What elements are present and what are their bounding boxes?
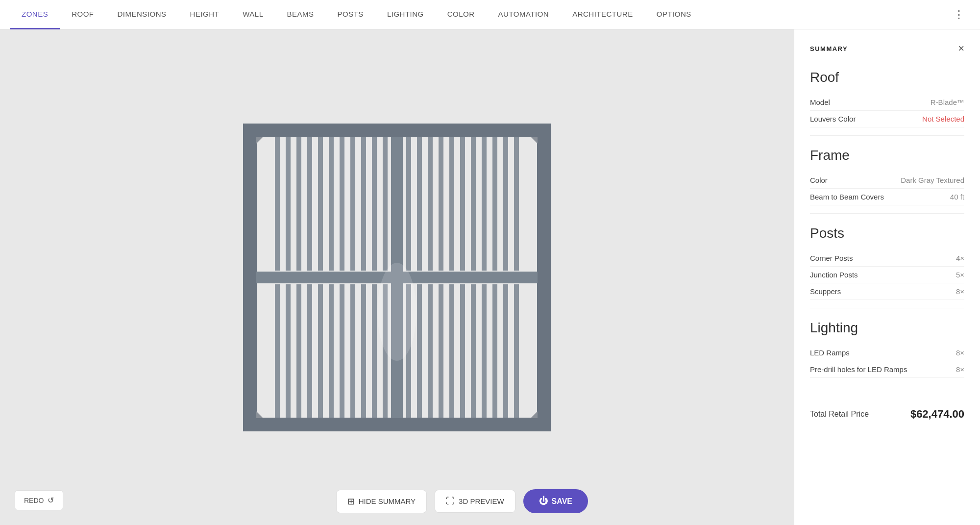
nav-wall[interactable]: WALL	[231, 0, 275, 29]
nav-dimensions[interactable]: DIMENSIONS	[106, 0, 178, 29]
summary-panel: SUMMARY × Roof Model R-Blade™ Louvers Co…	[794, 29, 980, 525]
louvers-row: Louvers Color Not Selected	[810, 111, 964, 127]
led-ramps-row: LED Ramps 8×	[810, 345, 964, 361]
top-nav: ZONES ROOF DIMENSIONS HEIGHT WALL BEAMS …	[0, 0, 980, 29]
roof-section-title: Roof	[810, 70, 964, 85]
svg-point-52	[377, 263, 416, 361]
expand-icon: ⛶	[446, 496, 455, 506]
model-value: R-Blade™	[931, 98, 964, 106]
total-value: $62,474.00	[910, 408, 964, 421]
preview-label: 3D PREVIEW	[459, 497, 504, 505]
hide-summary-button[interactable]: ⊞ HIDE SUMMARY	[336, 490, 427, 513]
junction-posts-value: 5×	[956, 271, 964, 279]
main-area: REDO ↺ ⊞ HIDE SUMMARY ⛶ 3D PREVIEW ⏻ SAV…	[0, 29, 980, 525]
nav-zones[interactable]: ZONES	[10, 0, 60, 29]
predrill-value: 8×	[956, 365, 964, 374]
redo-label: REDO	[24, 497, 44, 504]
preview-3d-button[interactable]: ⛶ 3D PREVIEW	[435, 490, 515, 513]
power-icon: ⏻	[539, 496, 548, 506]
summary-header: SUMMARY ×	[810, 43, 964, 54]
nav-lighting[interactable]: LIGHTING	[375, 0, 436, 29]
nav-color[interactable]: COLOR	[436, 0, 487, 29]
nav-height[interactable]: HEIGHT	[178, 0, 231, 29]
corner-posts-value: 4×	[956, 254, 964, 262]
bottom-bar: ⊞ HIDE SUMMARY ⛶ 3D PREVIEW ⏻ SAVE	[336, 489, 588, 513]
nav-roof[interactable]: ROOF	[60, 0, 105, 29]
nav-automation[interactable]: AUTOMATION	[487, 0, 561, 29]
model-row: Model R-Blade™	[810, 94, 964, 111]
grid-icon: ⊞	[347, 496, 355, 507]
close-button[interactable]: ×	[958, 43, 964, 54]
louvers-label: Louvers Color	[810, 115, 856, 123]
nav-beams[interactable]: BEAMS	[275, 0, 326, 29]
predrill-label: Pre-drill holes for LED Ramps	[810, 365, 907, 374]
divider-2	[810, 213, 964, 214]
divider-1	[810, 135, 964, 136]
frame-section-title: Frame	[810, 148, 964, 163]
frame-color-value: Dark Gray Textured	[901, 176, 964, 184]
summary-title: SUMMARY	[810, 45, 848, 52]
scuppers-row: Scuppers 8×	[810, 283, 964, 300]
led-ramps-value: 8×	[956, 349, 964, 357]
redo-icon: ↺	[48, 496, 54, 505]
junction-posts-label: Junction Posts	[810, 271, 858, 279]
divider-3	[810, 308, 964, 308]
posts-section-title: Posts	[810, 225, 964, 241]
more-options-icon[interactable]: ⋮	[948, 4, 970, 25]
corner-posts-label: Corner Posts	[810, 254, 853, 262]
frame-color-label: Color	[810, 176, 828, 184]
pergola-3d-view	[225, 106, 568, 449]
led-ramps-label: LED Ramps	[810, 349, 850, 357]
beam-covers-value: 40 ft	[950, 193, 964, 201]
redo-button[interactable]: REDO ↺	[15, 490, 63, 510]
corner-posts-row: Corner Posts 4×	[810, 250, 964, 267]
save-label: SAVE	[552, 497, 572, 506]
nav-posts[interactable]: POSTS	[326, 0, 375, 29]
beam-covers-label: Beam to Beam Covers	[810, 193, 884, 201]
total-row: Total Retail Price $62,474.00	[810, 398, 964, 425]
model-label: Model	[810, 98, 830, 106]
scuppers-label: Scuppers	[810, 287, 841, 296]
frame-color-row: Color Dark Gray Textured	[810, 172, 964, 189]
nav-options[interactable]: OPTIONS	[645, 0, 703, 29]
total-label: Total Retail Price	[810, 410, 869, 419]
beam-covers-row: Beam to Beam Covers 40 ft	[810, 189, 964, 205]
divider-4	[810, 386, 964, 386]
view-area: REDO ↺ ⊞ HIDE SUMMARY ⛶ 3D PREVIEW ⏻ SAV…	[0, 29, 794, 525]
predrill-row: Pre-drill holes for LED Ramps 8×	[810, 361, 964, 378]
louvers-value: Not Selected	[922, 115, 964, 123]
junction-posts-row: Junction Posts 5×	[810, 267, 964, 283]
lighting-section-title: Lighting	[810, 320, 964, 336]
hide-summary-label: HIDE SUMMARY	[359, 497, 416, 505]
nav-architecture[interactable]: ARCHITECTURE	[561, 0, 645, 29]
save-button[interactable]: ⏻ SAVE	[523, 489, 588, 513]
scuppers-value: 8×	[956, 287, 964, 296]
